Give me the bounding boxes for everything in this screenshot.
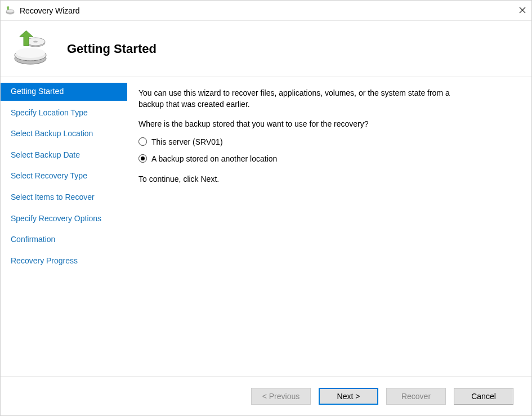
radio-this-server[interactable]: This server (SRV01) (138, 137, 516, 146)
titlebar: Recovery Wizard (1, 1, 531, 21)
step-recovery-progress[interactable]: Recovery Progress (1, 252, 127, 270)
recovery-large-icon (12, 30, 51, 67)
radio-icon (138, 154, 147, 163)
close-icon (519, 7, 526, 14)
svg-point-6 (16, 48, 45, 58)
step-select-backup-location[interactable]: Select Backup Location (1, 125, 127, 143)
continue-hint: To continue, click Next. (138, 173, 476, 185)
step-specify-recovery-options[interactable]: Specify Recovery Options (1, 210, 127, 228)
page-heading: Getting Started (67, 42, 157, 56)
step-select-items-to-recover[interactable]: Select Items to Recover (1, 189, 127, 207)
svg-point-9 (33, 41, 38, 42)
radio-icon (138, 137, 147, 146)
step-select-recovery-type[interactable]: Select Recovery Type (1, 167, 127, 185)
step-getting-started[interactable]: Getting Started (1, 83, 127, 101)
wizard-body: Getting Started Specify Location Type Se… (1, 77, 531, 376)
wizard-header: Getting Started (1, 21, 531, 77)
wizard-content: You can use this wizard to recover files… (127, 77, 531, 376)
question-text: Where is the backup stored that you want… (138, 118, 476, 129)
step-confirmation[interactable]: Confirmation (1, 231, 127, 249)
recovery-wizard-app-icon (5, 6, 15, 16)
recover-button: Recover (386, 388, 446, 405)
step-specify-location-type[interactable]: Specify Location Type (1, 104, 127, 122)
cancel-button[interactable]: Cancel (454, 388, 513, 405)
close-button[interactable] (506, 6, 526, 15)
wizard-footer: < Previous Next > Recover Cancel (1, 376, 531, 415)
wizard-steps-sidebar: Getting Started Specify Location Type Se… (1, 77, 127, 376)
window-title: Recovery Wizard (20, 6, 506, 15)
step-select-backup-date[interactable]: Select Backup Date (1, 146, 127, 164)
previous-button: < Previous (251, 388, 311, 405)
next-button[interactable]: Next > (319, 388, 378, 405)
radio-label: A backup stored on another location (151, 154, 277, 163)
svg-point-1 (6, 10, 14, 13)
radio-another-location[interactable]: A backup stored on another location (138, 154, 516, 163)
intro-text: You can use this wizard to recover files… (138, 87, 476, 110)
radio-label: This server (SRV01) (151, 137, 223, 146)
